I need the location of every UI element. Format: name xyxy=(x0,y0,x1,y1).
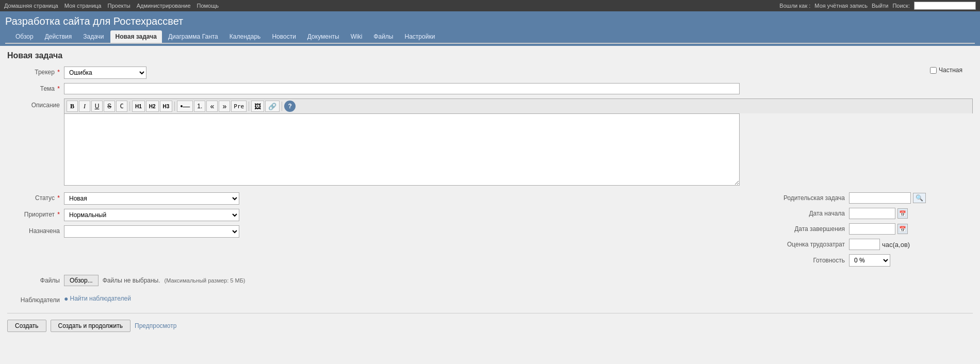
tab-overview[interactable]: Обзор xyxy=(10,30,39,43)
subject-label: Тема * xyxy=(7,83,64,92)
toolbar-h3[interactable]: H3 xyxy=(160,101,173,112)
toolbar-code[interactable]: C xyxy=(116,101,127,112)
tab-tasks[interactable]: Задачи xyxy=(78,30,109,43)
toolbar-blockquote-right[interactable]: » xyxy=(219,101,230,112)
readiness-select[interactable]: 0 % 10 % 20 % 30 % 40 % 50 % 60 % 70 % 8… xyxy=(849,254,890,267)
toolbar-image[interactable]: 🖼 xyxy=(251,101,264,112)
start-date-label: Дата начала xyxy=(766,210,849,217)
nav-my-page[interactable]: Моя страница xyxy=(64,3,102,9)
no-files-text: Файлы не выбраны. xyxy=(103,277,160,284)
effort-label: Оценка трудозатрат xyxy=(766,241,849,248)
toolbar-h2[interactable]: H2 xyxy=(146,101,159,112)
toolbar-bold[interactable]: B xyxy=(67,101,78,112)
tab-new-task[interactable]: Новая задача xyxy=(110,30,162,43)
toolbar-blockquote-left[interactable]: « xyxy=(206,101,218,112)
readiness-label: Готовность xyxy=(766,257,849,264)
status-select[interactable]: Новая В работе Решена Закрыта xyxy=(64,192,239,205)
max-size-text: (Максимальный размер: 5 МБ) xyxy=(165,277,246,284)
tab-settings[interactable]: Настройки xyxy=(400,30,440,43)
toolbar-italic[interactable]: I xyxy=(79,101,90,112)
tracker-label: Трекер * xyxy=(7,67,64,76)
toolbar-ul[interactable]: •— xyxy=(177,101,193,112)
priority-select[interactable]: Низкий Нормальный Высокий Срочный Немедл… xyxy=(64,209,239,221)
preview-link[interactable]: Предпросмотр xyxy=(135,322,176,329)
end-date-calendar-icon[interactable]: 📅 xyxy=(897,224,908,234)
files-label: Файлы xyxy=(7,275,64,284)
nav-projects[interactable]: Проекты xyxy=(107,3,130,9)
tab-wiki[interactable]: Wiki xyxy=(346,30,368,43)
tab-actions[interactable]: Действия xyxy=(40,30,77,43)
toolbar-strikethrough[interactable]: S xyxy=(104,101,115,112)
create-button[interactable]: Создать xyxy=(7,320,46,332)
tab-navigation: Обзор Действия Задачи Новая задача Диагр… xyxy=(5,30,975,44)
tab-calendar[interactable]: Календарь xyxy=(224,30,266,43)
toolbar-pre[interactable]: Pre xyxy=(231,101,247,112)
description-label: Описание xyxy=(7,98,64,109)
private-label: Частная xyxy=(939,67,962,74)
tracker-select[interactable]: Ошибка Задача Улучшение xyxy=(64,67,146,79)
my-account-link[interactable]: Моя учётная запись xyxy=(814,3,868,9)
tab-news[interactable]: Новости xyxy=(267,30,301,43)
nav-help[interactable]: Помощь xyxy=(197,3,219,9)
subject-input[interactable] xyxy=(64,83,740,94)
nav-admin[interactable]: Администрирование xyxy=(137,3,191,9)
tab-documents[interactable]: Документы xyxy=(302,30,345,43)
start-date-input[interactable]: 2016-01-09 xyxy=(849,208,895,219)
end-date-input[interactable] xyxy=(849,223,895,235)
logout-link[interactable]: Выйти xyxy=(872,3,889,9)
find-watchers-link[interactable]: ● Найти наблюдателей xyxy=(64,294,131,303)
start-date-calendar-icon[interactable]: 📅 xyxy=(897,208,908,219)
page-title: Новая задача xyxy=(7,51,973,60)
bottom-actions: Создать Создать и продолжить Предпросмот… xyxy=(7,316,973,336)
description-textarea[interactable] xyxy=(64,113,740,186)
watchers-label: Наблюдатели xyxy=(7,294,64,304)
assigned-label: Назначена xyxy=(7,225,64,235)
description-toolbar: B I U S C H1 H2 H3 •— 1. « » Pre 🖼 xyxy=(64,98,973,113)
private-checkbox[interactable] xyxy=(930,67,937,74)
end-date-label: Дата завершения xyxy=(766,225,849,233)
effort-unit: час(а,ов) xyxy=(882,241,910,249)
assigned-select[interactable] xyxy=(64,225,239,238)
search-input[interactable] xyxy=(914,2,976,10)
tab-gantt[interactable]: Диаграмма Ганта xyxy=(163,30,223,43)
priority-label: Приоритет * xyxy=(7,209,64,218)
parent-task-search-icon[interactable]: 🔍 xyxy=(913,193,926,203)
logged-in-label: Вошли как : xyxy=(779,3,810,9)
search-label: Поиск: xyxy=(892,3,910,9)
toolbar-underline[interactable]: U xyxy=(91,101,103,112)
project-title: Разработка сайта для Ростехрассвет xyxy=(5,15,975,30)
create-continue-button[interactable]: Создать и продолжить xyxy=(51,320,130,332)
status-label: Статус * xyxy=(7,192,64,202)
tab-files[interactable]: Файлы xyxy=(368,30,398,43)
toolbar-ol[interactable]: 1. xyxy=(194,101,205,112)
nav-home[interactable]: Домашняя страница xyxy=(4,3,58,9)
parent-task-input[interactable] xyxy=(849,192,911,204)
browse-button[interactable]: Обзор... xyxy=(64,275,99,286)
toolbar-link[interactable]: 🔗 xyxy=(265,101,280,112)
toolbar-h1[interactable]: H1 xyxy=(132,101,145,112)
parent-task-label: Родительская задача xyxy=(766,194,849,202)
toolbar-help[interactable]: ? xyxy=(284,101,296,112)
effort-input[interactable] xyxy=(849,239,880,250)
